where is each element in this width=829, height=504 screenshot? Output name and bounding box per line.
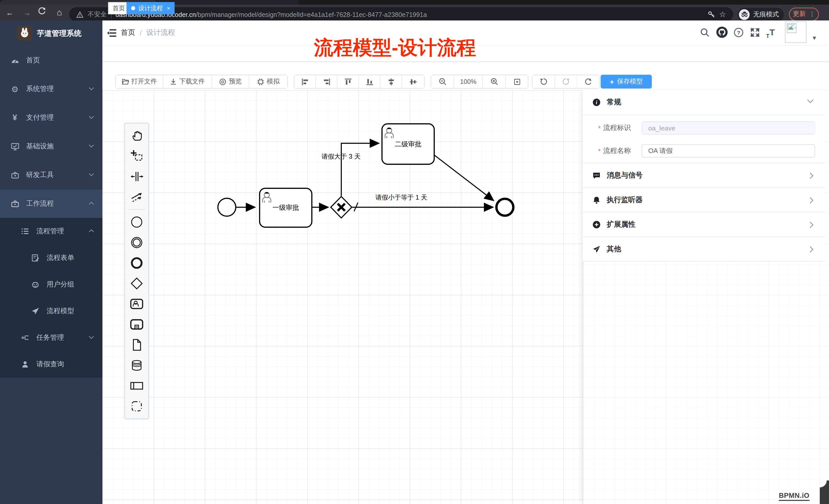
github-icon[interactable] [716,27,728,38]
align-right-icon [323,78,330,85]
sidebar-item-system[interactable]: ⚙ 系统管理 [0,75,102,103]
global-connect-tool[interactable] [125,187,148,207]
create-end-event[interactable] [125,253,148,273]
update-label: 更新 [793,10,806,18]
gear-icon: ⚙ [10,84,20,94]
info-icon: i [592,98,601,107]
sidebar-item-devtools[interactable]: 研发工具 [0,161,102,189]
section-general[interactable]: i 常规 [583,90,825,115]
plus-circle-icon [592,220,601,228]
sidebar-item-user-group[interactable]: 用户分组 [0,271,102,298]
app-logo-row[interactable]: 芋道管理系统 [0,21,102,46]
sidebar-item-workflow[interactable]: 工作流程 [0,189,102,218]
monitor-icon [10,142,20,151]
align-center-vertical-icon [387,78,395,85]
create-participant[interactable] [125,376,148,396]
chevron-right-icon [809,197,814,203]
simulate-button[interactable]: 模拟 [249,75,287,88]
tab-label: 设计流程 [138,4,163,12]
section-label: 其他 [607,244,621,254]
search-icon[interactable] [700,28,710,37]
create-call-activity[interactable] [125,314,148,335]
sidebar-item-label: 系统管理 [26,84,54,93]
browser-home-icon[interactable]: ⌂ [54,5,65,21]
align-center-vertical-button[interactable] [381,75,402,88]
section-execution-listeners[interactable]: 执行监听器 [583,188,825,212]
avatar-caret-icon[interactable]: ▼ [812,35,817,41]
create-gateway[interactable] [125,273,148,294]
create-start-event[interactable] [125,212,148,232]
process-key-input[interactable] [642,121,815,134]
align-right-button[interactable] [316,75,337,88]
sidebar-item-home[interactable]: 首页 [0,46,102,75]
browser-forward-icon[interactable]: → [22,5,33,21]
sidebar-item-leave-query[interactable]: 请假查询 [0,351,102,378]
create-data-store[interactable] [125,355,148,376]
sidebar-item-process-form[interactable]: 流程表单 [0,244,102,271]
section-other[interactable]: 其他 [583,237,825,262]
zoom-out-button[interactable] [431,75,454,88]
create-intermediate-event[interactable] [125,232,148,253]
hand-tool[interactable] [125,125,148,146]
browser-reload-icon[interactable] [38,7,49,15]
sidebar-item-process-model[interactable]: 流程模型 [0,298,102,324]
create-group[interactable] [125,396,148,417]
button-label: 打开文件 [131,77,157,86]
lasso-tool[interactable] [125,146,148,166]
zoom-level-display[interactable]: 100% [454,75,483,88]
breadcrumb-home[interactable]: 首页 [121,28,135,37]
avatar[interactable] [785,22,806,43]
fullscreen-icon[interactable] [750,28,760,37]
section-messages-signals[interactable]: 消息与信号 [583,163,825,188]
align-top-button[interactable] [337,75,359,88]
save-model-button[interactable]: + 保存模型 [601,75,652,88]
align-left-button[interactable] [294,75,316,88]
process-name-input[interactable] [642,144,815,158]
sidebar-item-payment[interactable]: ¥ 支付管理 [0,103,102,132]
align-center-horizontal-button[interactable] [402,75,424,88]
create-user-task[interactable] [125,294,148,314]
open-file-button[interactable]: 打开文件 [116,75,163,88]
font-size-icon[interactable]: TT [766,27,775,39]
tab-design-process[interactable]: 设计流程 × [127,2,175,14]
create-data-object[interactable] [125,335,148,355]
preview-icon [219,78,226,85]
chevron-down-icon [88,336,94,339]
chevron-down-icon [88,144,94,148]
folder-open-icon [121,78,129,85]
preview-button[interactable]: 预览 [212,75,249,88]
browser-menu-icon[interactable]: ⋮ [809,11,815,17]
redo-button[interactable] [555,75,577,88]
field-label: 流程名称 [603,146,631,156]
align-center-horizontal-icon [409,78,417,85]
browser-back-icon[interactable]: ← [4,5,15,21]
download-file-button[interactable]: 下载文件 [163,75,212,88]
briefcase-icon [10,199,20,208]
browser-update-button[interactable]: 更新 ⋮ [789,7,819,21]
sidebar-item-infrastructure[interactable]: 基础设施 [0,132,102,161]
password-key-icon[interactable] [708,10,715,18]
bookmark-star-icon[interactable]: ☆ [719,10,726,19]
incognito-icon [739,9,750,20]
sidebar-item-label: 基础设施 [26,142,54,151]
tab-close-icon[interactable]: × [167,5,170,11]
chevron-right-icon [809,246,814,253]
sidebar-fold-icon[interactable] [107,29,117,37]
align-button-group [294,75,425,88]
send-icon [592,245,601,253]
fit-viewport-button[interactable] [506,75,528,88]
align-bottom-button[interactable] [359,75,381,88]
sidebar-item-process-mgmt[interactable]: 流程管理 [0,218,102,244]
restart-button[interactable] [577,75,599,88]
bpmn-io-watermark[interactable]: BPMN.iO [779,492,809,501]
app-title: 芋道管理系统 [37,28,81,38]
space-tool[interactable] [125,166,148,187]
sidebar-item-label: 用户分组 [46,280,74,289]
zoom-in-button[interactable] [483,75,506,88]
browser-inactive-tab[interactable] [157,0,298,5]
undo-button[interactable] [533,75,555,88]
sidebar-item-task-mgmt[interactable]: 任务管理 [0,324,102,351]
help-icon[interactable]: ? [734,28,744,37]
section-extended-properties[interactable]: 扩展属性 [583,212,825,237]
button-label: 模拟 [267,77,280,86]
